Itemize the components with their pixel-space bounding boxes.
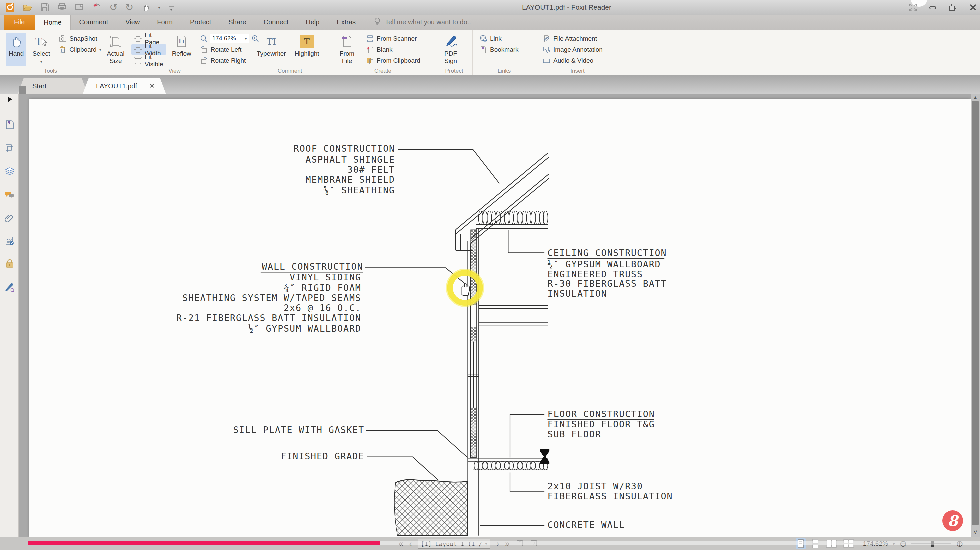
from-scanner-button[interactable]: From Scanner <box>363 33 423 44</box>
tab-close-icon[interactable] <box>150 82 155 90</box>
hand-pointer-icon[interactable] <box>141 2 151 12</box>
menu-tab-form[interactable]: Form <box>148 15 181 30</box>
select-dropdown[interactable]: ▾ <box>40 59 43 63</box>
group-label-tools: Tools <box>2 68 99 74</box>
actual-size-icon <box>109 35 123 48</box>
customize-toolbar-icon[interactable] <box>168 2 178 12</box>
menu-tab-comment[interactable]: Comment <box>71 15 117 30</box>
zoom-level-combo[interactable]: 174.62% ▾ <box>210 34 249 43</box>
image-annotation-button[interactable]: Image Annotation <box>540 44 605 55</box>
menu-tab-help[interactable]: Help <box>297 15 328 30</box>
menu-tab-file[interactable]: File <box>4 15 35 30</box>
tab-layout1-pdf[interactable]: LAYOUT1.pdf <box>83 78 166 94</box>
sidebar-bookmarks-icon[interactable] <box>4 119 15 130</box>
from-file-button[interactable]: From File <box>334 33 360 66</box>
pdf-page-canvas[interactable] <box>29 98 970 537</box>
scroll-up-arrow[interactable]: ▲ <box>970 94 980 101</box>
highlight-button[interactable]: T Highlight <box>292 33 322 66</box>
foxit-logo-icon[interactable] <box>5 2 15 12</box>
bookmark-label: Bookmark <box>490 46 519 53</box>
file-attachment-icon <box>542 35 550 43</box>
from-scanner-icon <box>366 35 374 43</box>
clipboard-label: Clipboard <box>69 46 96 53</box>
zoom-combo-dropdown: ▾ <box>245 36 247 41</box>
ribbon-group-view: Actual Size Fit Page Fit Width Fit Visi <box>99 30 250 75</box>
clipboard-icon <box>59 46 67 54</box>
ribbon-group-insert: File Attachment Image Annotation Audio &… <box>536 30 619 75</box>
sidebar-attachments-icon[interactable] <box>4 213 15 224</box>
menu-tab-share[interactable]: Share <box>220 15 255 30</box>
sidebar-layers-icon[interactable] <box>4 166 15 176</box>
fullscreen-icon[interactable] <box>908 3 917 12</box>
email-icon[interactable] <box>75 2 85 12</box>
new-document-icon[interactable] <box>92 2 102 12</box>
link-button[interactable]: Link <box>477 33 521 44</box>
sidebar-expand-icon[interactable] <box>4 95 15 105</box>
undo-icon[interactable]: ↺ <box>109 2 118 12</box>
save-icon[interactable] <box>40 2 50 12</box>
select-tool-button[interactable]: T Select ▾ <box>30 33 52 66</box>
scrollbar-thumb[interactable] <box>972 101 979 525</box>
actual-size-button[interactable]: Actual Size <box>103 33 128 66</box>
sidebar-sign-icon[interactable] <box>4 282 15 292</box>
rotate-left-icon <box>200 46 208 54</box>
lightbulb-icon <box>374 17 381 28</box>
ribbon: Hand T Select ▾ SnapShot Clipbo <box>0 30 980 75</box>
blank-label: Blank <box>377 46 393 53</box>
tab-start[interactable]: Start <box>18 78 88 94</box>
clipboard-button[interactable]: Clipboard ▾ <box>56 44 104 55</box>
tell-me-box[interactable]: Tell me what you want to do.. <box>364 15 471 30</box>
pdf-sign-label: PDF Sign <box>443 50 459 65</box>
from-file-label: From File <box>338 50 356 65</box>
link-label: Link <box>490 35 502 42</box>
foxit-reader-window: ↺ ↻ ▾ LAYOUT1.pdf - Foxit Reader File Ho… <box>0 0 980 550</box>
reflow-button[interactable]: Tт Reflow <box>169 33 194 66</box>
ribbon-group-comment: TI Typewriter T Highlight Comment <box>250 30 330 75</box>
group-label-insert: Insert <box>536 68 619 74</box>
group-label-links: Links <box>473 68 536 74</box>
restore-button[interactable] <box>949 3 957 12</box>
sidebar-comments-icon[interactable] <box>4 190 15 200</box>
minimize-button[interactable] <box>929 3 937 12</box>
menu-tab-protect[interactable]: Protect <box>181 15 220 30</box>
ribbon-group-links: Link Bookmark Links <box>473 30 536 75</box>
typewriter-button[interactable]: TI Typewriter <box>254 33 289 66</box>
hand-tool-button[interactable]: Hand <box>6 33 26 66</box>
blank-button[interactable]: Blank <box>363 44 423 55</box>
zoom-out-icon[interactable] <box>200 35 208 43</box>
image-annotation-label: Image Annotation <box>553 46 603 53</box>
fit-visible-icon <box>134 57 142 65</box>
reflow-label: Reflow <box>172 50 191 57</box>
image-annotation-icon <box>542 46 550 54</box>
hand-pointer-dropdown[interactable]: ▾ <box>158 5 160 10</box>
close-button[interactable] <box>969 3 977 12</box>
menu-tab-view[interactable]: View <box>117 15 148 30</box>
audio-video-button[interactable]: Audio & Video <box>540 55 605 66</box>
snapshot-button[interactable]: SnapShot <box>56 33 104 44</box>
redo-icon[interactable]: ↻ <box>125 2 133 12</box>
open-file-icon[interactable] <box>23 2 33 12</box>
menu-tab-home[interactable]: Home <box>35 15 70 30</box>
window-controls <box>908 0 977 15</box>
menu-tab-connect[interactable]: Connect <box>255 15 298 30</box>
channel-logo-glyph: 8 <box>948 512 958 529</box>
snapshot-camera-icon <box>59 35 67 43</box>
fit-visible-button[interactable]: Fit Visible <box>131 55 166 66</box>
highlight-label: Highlight <box>295 50 319 57</box>
sidebar-security-icon[interactable] <box>4 258 15 269</box>
sidebar-signatures-icon[interactable] <box>4 236 15 246</box>
group-label-view: View <box>99 68 250 74</box>
from-clipboard-button[interactable]: From Clipboard <box>363 55 423 66</box>
vertical-scrollbar[interactable]: ▲ ˅ <box>970 94 980 537</box>
sidebar-pages-icon[interactable] <box>4 143 15 154</box>
pdf-sign-button[interactable]: PDF Sign <box>440 33 461 66</box>
menu-tab-extras[interactable]: Extras <box>328 15 364 30</box>
zoom-level-value: 174.62% <box>212 35 236 42</box>
print-icon[interactable] <box>57 2 67 12</box>
file-attachment-button[interactable]: File Attachment <box>540 33 605 44</box>
link-globe-icon <box>479 35 487 43</box>
rotate-right-icon <box>200 57 208 65</box>
scroll-down-arrow[interactable]: ˅ <box>970 528 980 536</box>
bookmark-button[interactable]: Bookmark <box>477 44 521 55</box>
highlight-icon: T <box>300 35 313 48</box>
